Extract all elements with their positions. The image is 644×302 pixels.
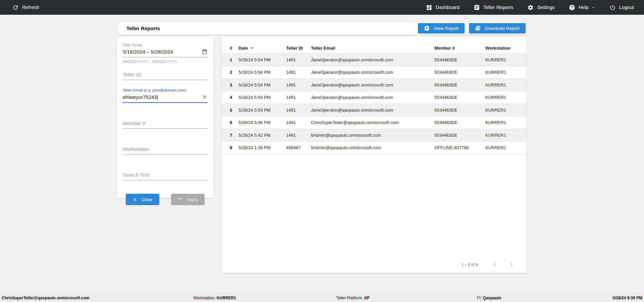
view-report-button[interactable]: View Report [418, 23, 464, 34]
cell-teller-id: 1491 [286, 133, 311, 138]
power-icon [609, 4, 616, 11]
cell-teller-email: fiAdmin@qaxpauto.onmicrosoft.com [311, 133, 434, 138]
pdf-icon [475, 25, 481, 31]
download-report-label: Download Report [485, 26, 520, 31]
sort-desc-icon [249, 45, 255, 51]
calendar-icon[interactable] [202, 49, 208, 55]
page-background: Teller Reports View Report Download Repo… [0, 15, 644, 294]
table-row[interactable]: 4 5/28/24 5:54 PM 1491 JaneOperator@qaxp… [222, 92, 526, 104]
cell-teller-id: 1491 [286, 120, 311, 125]
chevron-right-icon [508, 261, 515, 268]
status-workstation: Workstation: KURRER1 [193, 294, 236, 302]
refresh-icon [12, 4, 19, 11]
date-range-hint: MM/DD/YYYY – MM/DD/YYYY [123, 60, 208, 64]
dashboard-icon [426, 4, 432, 11]
title-actions: View Report Download Report [418, 23, 526, 34]
teller-email-label: Teller Email (e.g. jdoe@domain.com) [123, 88, 208, 92]
member-number-input[interactable]: Member # [123, 120, 146, 126]
cell-teller-id: 1491 [286, 70, 311, 75]
title-bar: Teller Reports View Report Download Repo… [118, 22, 526, 35]
status-datetime: 5/28/24 9:36 PM [612, 294, 642, 302]
cell-teller-email: fiAdmin@qaxpauto.onmicrosoft.com [311, 145, 434, 150]
cell-date: 5/28/24 1:26 PM [238, 145, 286, 150]
view-report-label: View Report [434, 26, 458, 31]
cell-teller-id: 1491 [286, 82, 311, 87]
cell-workstation: KURRER1 [485, 108, 521, 113]
cell-workstation: KURRER1 [485, 120, 521, 125]
x-icon [132, 197, 138, 202]
row-number: 8 [230, 145, 238, 150]
cell-teller-email: JaneOperator@qaxpauto.onmicrosoft.com [311, 95, 434, 100]
date-range-input[interactable]: 5/18/2024 – 5/28/2024 [123, 49, 173, 55]
table-row[interactable]: 8 5/28/24 1:26 PM 456467 fiAdmin@qaxpaut… [222, 142, 526, 155]
clear-button-label: Clear [142, 197, 152, 202]
col-member-number: Member # [434, 46, 485, 51]
clipboard-icon [474, 4, 480, 11]
workstation-input[interactable]: Workstation [123, 146, 149, 152]
cell-workstation: KURRER1 [485, 95, 521, 100]
cell-workstation: KURRER1 [485, 145, 521, 150]
nav-logout[interactable]: Logout [609, 4, 634, 11]
col-teller-id: Teller ID [286, 46, 311, 51]
table-row[interactable]: 3 5/28/24 5:54 PM 1491 JaneOperator@qaxp… [222, 79, 526, 92]
row-number: 7 [230, 133, 238, 138]
cell-member-number: 5034463DE [434, 133, 485, 138]
date-range-label: Date Range [123, 43, 208, 47]
clear-field-icon[interactable] [202, 94, 208, 100]
col-date-sort[interactable]: Date [238, 45, 286, 51]
clear-button[interactable]: Clear [126, 194, 159, 205]
nav-logout-label: Logout [619, 5, 634, 10]
status-bar: ChrisSuperTeller@qaxpauto.onmicrosoft.co… [0, 294, 644, 302]
topbar: Refresh Dashboard Teller Reports Setting… [0, 0, 644, 15]
cell-member-number: 5034463DE [434, 70, 485, 75]
table-row[interactable]: 6 5/28/24 5:46 PM 1491 ChrisSuperTeller@… [222, 117, 526, 129]
cell-member-number: 5034463DE [434, 120, 485, 125]
clipboard-icon [424, 25, 430, 31]
help-icon [569, 4, 575, 11]
apply-button[interactable]: Apply [171, 194, 205, 205]
next-page-button[interactable] [507, 261, 516, 269]
col-date-label: Date [238, 46, 248, 51]
nav-dashboard-label: Dashboard [436, 5, 460, 10]
previous-page-button[interactable] [491, 261, 499, 269]
cell-teller-email: JaneOperator@qaxpauto.onmicrosoft.com [311, 108, 434, 113]
cell-date: 5/28/24 5:54 PM [238, 95, 286, 100]
table-row[interactable]: 2 5/28/24 5:54 PM 1491 JaneOperator@qaxp… [222, 66, 526, 79]
search-text-input[interactable]: Search Text [123, 172, 149, 178]
status-fi: FI: Qaxpauto [477, 294, 501, 302]
paginator: 1 – 8 of 8 [461, 261, 516, 269]
filter-panel: Date Range 5/18/2024 – 5/28/2024 MM/DD/Y… [117, 37, 214, 198]
nav-teller-reports[interactable]: Teller Reports [474, 4, 513, 11]
nav-dashboard[interactable]: Dashboard [426, 4, 460, 11]
cell-teller-email: ChrisSuperTeller@qaxpauto.onmicrosoft.co… [311, 120, 434, 125]
nav-settings[interactable]: Settings [527, 4, 554, 11]
table-row[interactable]: 1 5/28/24 5:54 PM 1491 JaneOperator@qaxp… [222, 54, 526, 66]
cell-date: 5/28/24 5:54 PM [238, 82, 286, 87]
filter-icon [177, 197, 183, 202]
apply-button-label: Apply [187, 197, 198, 202]
cell-teller-id: 456467 [286, 145, 311, 150]
nav-help[interactable]: Help [569, 4, 595, 11]
table-row[interactable]: 5 5/28/24 5:54 PM 1491 JaneOperator@qaxp… [222, 104, 526, 117]
cell-teller-id: 1491 [286, 108, 311, 113]
cell-date: 5/28/24 5:54 PM [238, 57, 286, 62]
cell-member-number: 5034463DE [434, 57, 485, 62]
cell-teller-id: 1491 [286, 95, 311, 100]
table-row[interactable]: 7 5/28/24 5:42 PM 1491 fiAdmin@qaxpauto.… [222, 129, 526, 142]
cell-teller-email: JaneOperator@qaxpauto.onmicrosoft.com [311, 82, 434, 87]
nav-teller-reports-label: Teller Reports [483, 5, 513, 10]
col-number: # [230, 46, 238, 51]
download-report-button[interactable]: Download Report [469, 23, 526, 34]
refresh-button[interactable]: Refresh [12, 4, 39, 11]
col-teller-email: Teller Email [311, 46, 434, 51]
nav-settings-label: Settings [537, 5, 554, 10]
cell-workstation: KURRER1 [485, 70, 521, 75]
cell-date: 5/28/24 5:54 PM [238, 108, 286, 113]
teller-email-input[interactable]: ehiweyur75243 [123, 94, 158, 100]
cell-workstation: KURRER1 [485, 57, 521, 62]
cell-member-number: 5034463DE [434, 82, 485, 87]
cell-teller-email: JaneOperator@qaxpauto.onmicrosoft.com [311, 57, 434, 62]
cell-member-number: 5034463DE [434, 108, 485, 113]
teller-id-input[interactable]: Teller ID [123, 72, 141, 77]
table-body: 1 5/28/24 5:54 PM 1491 JaneOperator@qaxp… [222, 54, 526, 154]
